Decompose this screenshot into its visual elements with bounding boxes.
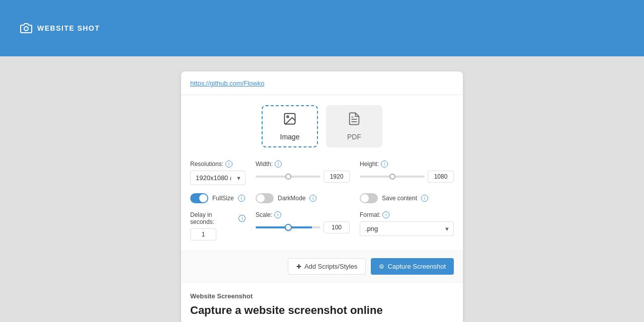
darkmode-toggle-thumb xyxy=(257,194,265,202)
image-format-label: Image xyxy=(280,133,300,141)
delay-info-icon[interactable]: i xyxy=(238,215,246,222)
scale-input[interactable]: 100 xyxy=(324,221,350,233)
pdf-format-button[interactable]: PDF xyxy=(326,105,382,147)
pdf-icon xyxy=(347,112,361,129)
width-input[interactable]: 1920 xyxy=(324,171,350,183)
scale-group: Scale: i 100 xyxy=(256,211,350,240)
width-slider[interactable] xyxy=(256,176,320,178)
save-content-group: Save content i xyxy=(360,193,454,203)
header-logo: WEBSITE SHOT xyxy=(20,22,100,34)
svg-point-2 xyxy=(287,116,289,118)
delay-label: Delay in seconds: i xyxy=(190,211,246,225)
save-content-info-icon[interactable]: i xyxy=(421,195,428,202)
format-label: Format: i xyxy=(360,211,454,218)
save-content-label: Save content xyxy=(382,195,417,202)
darkmode-info-icon[interactable]: i xyxy=(309,195,316,202)
fullsize-label: FullSize xyxy=(212,195,234,202)
format-select[interactable]: .png .jpg .webp xyxy=(360,221,454,236)
format-selector: Image PDF xyxy=(181,95,463,155)
height-group: Height: i 1080 xyxy=(360,160,454,185)
height-input[interactable]: 1080 xyxy=(428,171,454,183)
url-text[interactable]: https://github.com/Flowko xyxy=(190,79,264,87)
header: WEBSITE SHOT xyxy=(0,0,644,56)
fullsize-toggle-row: FullSize i xyxy=(190,193,246,203)
height-slider-row: 1080 xyxy=(360,171,454,183)
delay-row: 1 xyxy=(190,228,246,240)
darkmode-toggle[interactable] xyxy=(256,193,274,203)
add-scripts-button[interactable]: ✚ Add Scripts/Styles xyxy=(288,258,366,275)
content-section: Website Screenshot Capture a website scr… xyxy=(181,282,463,322)
width-label: Width: i xyxy=(256,160,350,168)
camera-icon xyxy=(20,22,32,34)
fullsize-info-icon[interactable]: i xyxy=(238,195,245,202)
svg-point-0 xyxy=(24,27,28,31)
darkmode-group: DarkMode i xyxy=(256,193,350,203)
fullsize-toggle-thumb xyxy=(199,194,207,202)
darkmode-label: DarkMode xyxy=(278,195,305,202)
resolutions-select[interactable]: 1920x1080 (FHD) 1280x720 (HD) 3840x2160 … xyxy=(190,171,246,185)
width-group: Width: i 1920 xyxy=(256,160,350,185)
main-content: https://github.com/Flowko Image xyxy=(0,56,644,322)
delay-input[interactable]: 1 xyxy=(190,228,216,240)
format-group: Format: i .png .jpg .webp ▼ xyxy=(360,211,454,240)
scale-slider[interactable] xyxy=(256,226,320,228)
action-row: ✚ Add Scripts/Styles ⚙ Capture Screensho… xyxy=(181,251,463,282)
height-info-icon[interactable]: i xyxy=(381,160,388,168)
image-format-button[interactable]: Image xyxy=(262,105,318,147)
capture-label: Capture Screenshot xyxy=(387,263,446,270)
width-slider-row: 1920 xyxy=(256,171,350,183)
resolutions-dropdown-wrap: 1920x1080 (FHD) 1280x720 (HD) 3840x2160 … xyxy=(190,171,246,185)
pdf-format-label: PDF xyxy=(347,133,361,141)
delay-group: Delay in seconds: i 1 xyxy=(190,211,246,240)
url-bar: https://github.com/Flowko xyxy=(181,71,463,95)
format-dropdown-wrap: .png .jpg .webp ▼ xyxy=(360,221,454,236)
height-label: Height: i xyxy=(360,160,454,168)
width-info-icon[interactable]: i xyxy=(275,160,282,168)
image-icon xyxy=(283,112,297,129)
scale-info-icon[interactable]: i xyxy=(274,211,281,218)
add-scripts-icon: ✚ xyxy=(296,263,301,270)
settings-grid: Resolutions: i 1920x1080 (FHD) 1280x720 … xyxy=(181,155,463,251)
save-content-toggle-row: Save content i xyxy=(360,193,454,203)
darkmode-toggle-row: DarkMode i xyxy=(256,193,350,203)
save-content-toggle[interactable] xyxy=(360,193,378,203)
content-heading: Website Screenshot xyxy=(190,292,454,300)
fullsize-group: FullSize i xyxy=(190,193,246,203)
capture-screenshot-button[interactable]: ⚙ Capture Screenshot xyxy=(371,258,454,275)
add-scripts-label: Add Scripts/Styles xyxy=(304,263,358,270)
format-info-icon[interactable]: i xyxy=(382,211,389,218)
scale-slider-row: 100 xyxy=(256,221,350,233)
fullsize-toggle[interactable] xyxy=(190,193,208,203)
logo-text: WEBSITE SHOT xyxy=(37,24,100,32)
scale-label: Scale: i xyxy=(256,211,350,218)
resolutions-label: Resolutions: i xyxy=(190,160,246,168)
save-content-toggle-thumb xyxy=(361,194,369,202)
screenshot-card: https://github.com/Flowko Image xyxy=(181,71,463,322)
resolutions-info-icon[interactable]: i xyxy=(225,160,232,168)
height-slider[interactable] xyxy=(360,176,425,178)
resolutions-group: Resolutions: i 1920x1080 (FHD) 1280x720 … xyxy=(190,160,246,185)
content-title: Capture a website screenshot online xyxy=(190,304,454,317)
capture-icon: ⚙ xyxy=(379,263,384,270)
